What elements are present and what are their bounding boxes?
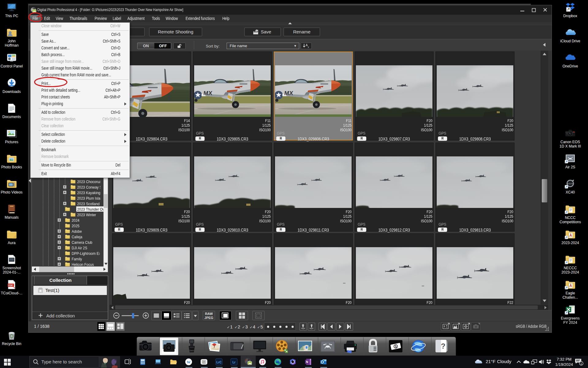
svg-text:box: box — [202, 362, 206, 364]
svg-text:A: A — [306, 44, 308, 47]
svg-text:?: ? — [441, 342, 446, 350]
svg-text:z: z — [308, 46, 309, 48]
svg-text:1: 1 — [580, 362, 582, 365]
svg-text:Lr: Lr — [232, 361, 236, 364]
svg-text:LrC: LrC — [216, 361, 221, 364]
svg-text:PDF: PDF — [9, 284, 13, 287]
svg-text:Canon: Canon — [190, 350, 194, 351]
svg-text:W: W — [187, 360, 191, 364]
svg-text:N: N — [306, 360, 308, 364]
svg-text:VOLVO: VOLVO — [567, 183, 573, 185]
